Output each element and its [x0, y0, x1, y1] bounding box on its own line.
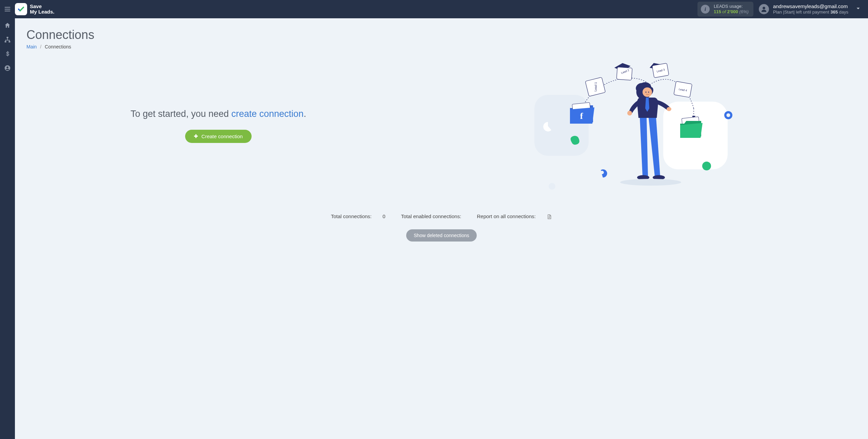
svg-rect-0 [5, 7, 11, 8]
svg-rect-1 [5, 9, 11, 9]
leads-total: 2'000 [727, 9, 738, 14]
sidebar-item-home[interactable] [0, 18, 15, 33]
chevron-down-icon [855, 5, 861, 12]
logo[interactable]: SaveMy Leads. [15, 3, 55, 15]
leads-used: 115 [714, 9, 721, 14]
breadcrumb-current: Connections [45, 44, 71, 49]
leads-pct: (6%) [739, 9, 748, 14]
page-title: Connections [26, 28, 856, 42]
document-icon [547, 214, 552, 220]
leads-usage-box: i LEADS usage: 115 of 2'000 (6%) [697, 2, 753, 17]
stats-row: Total connections: 0 Total enabled conne… [26, 213, 856, 220]
svg-rect-6 [8, 41, 10, 42]
plus-icon: ✚ [194, 133, 198, 139]
svg-point-28 [627, 111, 632, 116]
logo-icon [15, 3, 27, 15]
leads-of-word: of [722, 9, 726, 14]
svg-point-36 [727, 113, 730, 117]
breadcrumb-main[interactable]: Main [26, 44, 37, 49]
home-icon [4, 22, 11, 29]
sidebar-item-profile[interactable] [0, 61, 15, 75]
user-icon [4, 65, 11, 71]
menu-toggle-button[interactable] [0, 0, 15, 18]
svg-point-34 [702, 162, 711, 170]
svg-text:Lead 1: Lead 1 [594, 82, 597, 91]
sidebar-item-billing[interactable] [0, 47, 15, 61]
hero-text: To get started, you need create connecti… [43, 108, 394, 120]
stat-total: Total connections: 0 [326, 213, 390, 219]
svg-rect-5 [5, 41, 6, 42]
svg-point-29 [667, 107, 671, 111]
create-connection-link[interactable]: create connection [231, 109, 303, 119]
sidebar-item-connections[interactable] [0, 33, 15, 47]
breadcrumb: Main / Connections [26, 44, 856, 49]
svg-point-27 [648, 91, 649, 93]
create-connection-button[interactable]: ✚ Create connection [185, 130, 252, 143]
account-plan: Plan |Start| left until payment 365 days [773, 9, 848, 15]
logo-text: SaveMy Leads. [30, 4, 55, 15]
stat-enabled: Total enabled connections: [401, 213, 461, 219]
svg-point-32 [620, 179, 681, 186]
report-download-button[interactable] [547, 214, 552, 220]
svg-point-8 [6, 66, 8, 68]
avatar-icon [759, 4, 769, 14]
illustration: Lead 1 Lead 2 Lead 3 Lead 4 [426, 58, 840, 193]
account-menu[interactable]: andrewsavemyleads@gmail.com Plan |Start|… [759, 3, 848, 15]
svg-point-3 [763, 7, 765, 9]
svg-point-25 [643, 87, 652, 97]
account-text: andrewsavemyleads@gmail.com Plan |Start|… [773, 3, 848, 15]
info-icon[interactable]: i [701, 5, 710, 14]
account-email: andrewsavemyleads@gmail.com [773, 3, 848, 9]
stat-report: Report on all connections: [472, 213, 557, 219]
svg-point-26 [646, 91, 647, 93]
svg-rect-2 [5, 11, 11, 12]
show-deleted-button[interactable]: Show deleted connections [406, 229, 476, 242]
dollar-icon [4, 50, 11, 57]
leads-usage-label: LEADS usage: [714, 4, 749, 9]
svg-rect-15 [616, 67, 632, 80]
svg-point-33 [549, 183, 555, 190]
create-connection-button-label: Create connection [201, 133, 243, 139]
sidebar [0, 18, 15, 439]
breadcrumb-separator: / [40, 44, 41, 49]
svg-text:f: f [580, 111, 583, 121]
account-dropdown-toggle[interactable] [852, 5, 864, 13]
hamburger-icon [4, 5, 11, 13]
svg-rect-4 [7, 37, 8, 38]
sitemap-icon [4, 36, 11, 43]
